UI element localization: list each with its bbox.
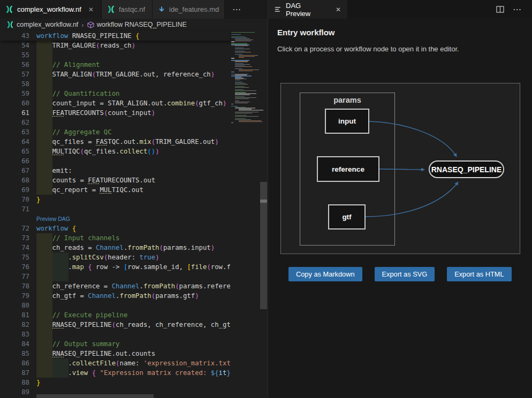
code-line[interactable]: 69 qc_report = MULTIQC.out (0, 185, 230, 195)
line-number: 82 (0, 321, 29, 328)
export-as-html-button[interactable]: Export as HTML (447, 267, 511, 281)
breadcrumb-file[interactable]: complex_workflow.nf (17, 21, 78, 28)
code-line[interactable]: 83 (0, 330, 230, 339)
codelens-preview-dag-link[interactable]: Preview DAG (29, 216, 70, 222)
export-as-svg-button[interactable]: Export as SVG (375, 267, 435, 281)
minimap-line (239, 57, 244, 58)
code-line[interactable]: 59 // Quantification (0, 89, 230, 98)
code-line[interactable]: 77 (0, 272, 230, 281)
code-text: ch_reads = Channel.fromPath(params.input… (29, 244, 230, 251)
scrollbar-thumb[interactable] (36, 394, 154, 398)
code-line[interactable]: 78 ch_reference = Channel.fromPath(param… (0, 281, 230, 291)
dag-node-gtf[interactable]: gtf (328, 204, 366, 229)
code-line[interactable]: 63 // Aggregate QC (0, 127, 230, 137)
code-line[interactable]: 61 FEATURECOUNTS(count_input) (0, 108, 230, 118)
sticky-scroll-line[interactable]: 43workflow RNASEQ_PIPELINE { (0, 30, 230, 41)
indent-scope-highlight (52, 368, 69, 378)
tab-label: DAG Preview (286, 2, 326, 18)
minimap-line (231, 75, 252, 76)
code-lines: 54 TRIM_GALORE(reads_ch)5556 // Alignmen… (0, 41, 230, 397)
code-line[interactable]: 75 .splitCsv(header: true) (0, 252, 230, 262)
line-number: 75 (0, 254, 29, 261)
split-editor-icon[interactable] (496, 6, 504, 13)
indent-scope-highlight (36, 310, 52, 320)
code-line[interactable]: 80 (0, 301, 230, 310)
code-line[interactable]: 79 ch_gtf = Channel.fromPath(params.gtf) (0, 291, 230, 301)
code-line[interactable]: 73 // Input channels (0, 233, 230, 243)
code-line[interactable]: 43workflow RNASEQ_PIPELINE { (0, 30, 230, 41)
code-line[interactable]: 88} (0, 378, 230, 387)
code-line[interactable]: 71 (0, 204, 230, 214)
code-line[interactable]: 54 TRIM_GALORE(reads_ch) (0, 41, 230, 50)
code-text: // Execute pipeline (29, 311, 230, 319)
code-line[interactable]: 85 RNASEQ_PIPELINE.out.counts (0, 349, 230, 358)
indent-scope-highlight (52, 252, 69, 262)
breadcrumb: complex_workflow.nf › workflow RNASEQ_PI… (0, 19, 268, 30)
code-line[interactable]: 65 MULTIQC(qc_files.collect()) (0, 147, 230, 156)
code-text: counts = FEATURECOUNTS.out (29, 177, 230, 184)
code-line[interactable]: 87 .view { "Expression matrix created: $… (0, 368, 230, 378)
code-line[interactable]: 81 // Execute pipeline (0, 310, 230, 320)
copy-as-markdown-button[interactable]: Copy as Markdown (288, 267, 362, 281)
code-line[interactable]: 86 .collectFile(name: 'expression_matrix… (0, 358, 230, 368)
code-line[interactable]: 70} (0, 195, 230, 204)
codelens-row[interactable]: Preview DAG (0, 214, 230, 224)
nextflow-icon (107, 5, 115, 13)
line-number: 79 (0, 292, 29, 300)
code-line[interactable]: 74 ch_reads = Channel.fromPath(params.in… (0, 243, 230, 252)
code-line[interactable]: 60 count_input = STAR_ALIGN.out.combine(… (0, 98, 230, 108)
code-text: } (29, 379, 230, 386)
dag-node-rnaseq-pipeline[interactable]: RNASEQ_PIPELINE (429, 160, 504, 178)
indent-scope-highlight (52, 358, 69, 368)
code-line[interactable]: 82 RNASEQ_PIPELINE(ch_reads, ch_referenc… (0, 320, 230, 330)
code-editor[interactable]: 43workflow RNASEQ_PIPELINE { 54 TRIM_GAL… (0, 30, 268, 398)
code-line[interactable]: 67 emit: (0, 166, 230, 175)
line-number: 60 (0, 100, 29, 107)
line-number: 78 (0, 282, 29, 290)
code-text: // Quantification (29, 90, 230, 97)
close-icon[interactable]: ✕ (88, 6, 94, 13)
minimap-line (235, 66, 252, 67)
line-number: 88 (0, 379, 29, 386)
tab-ide-features[interactable]: ide_features.md (153, 0, 225, 19)
indent-scope-highlight (36, 175, 52, 185)
indent-scope-highlight (36, 320, 52, 330)
breadcrumb-symbol[interactable]: workflow RNASEQ_PIPELINE (97, 21, 187, 28)
dag-node-input[interactable]: input (325, 109, 369, 134)
code-line[interactable]: 58 (0, 79, 230, 89)
code-line[interactable]: 57 STAR_ALIGN(TRIM_GALORE.out, reference… (0, 70, 230, 79)
vertical-scrollbar[interactable] (260, 30, 267, 398)
code-line[interactable]: 84 // Output summary (0, 339, 230, 349)
code-line[interactable]: 55 (0, 50, 230, 60)
overview-ruler-marker (260, 200, 267, 203)
indent-scope-highlight (36, 147, 52, 156)
tab-complex-workflow[interactable]: complex_workflow.nf ✕ (0, 0, 102, 19)
minimap-line (231, 34, 241, 35)
dag-node-reference[interactable]: reference (317, 156, 379, 182)
code-line[interactable]: 66 (0, 156, 230, 166)
indent-scope-highlight (36, 233, 52, 243)
indent-scope-highlight (36, 118, 52, 127)
code-line[interactable]: 68 counts = FEATURECOUNTS.out (0, 175, 230, 185)
code-text: // Input channels (29, 234, 230, 242)
code-line[interactable]: 62 (0, 118, 230, 127)
indent-scope-highlight (36, 108, 52, 118)
line-number: 73 (0, 234, 29, 242)
code-line[interactable]: 64 qc_files = FASTQC.out.mix(TRIM_GALORE… (0, 137, 230, 147)
code-line[interactable]: 76 .map { row -> [row.sample_id, [file(r… (0, 262, 230, 272)
close-icon[interactable]: ✕ (336, 6, 341, 13)
code-text: // Output summary (29, 340, 230, 348)
minimap-line (235, 49, 250, 49)
more-tabs-icon[interactable]: ⋯ (232, 0, 242, 19)
indent-scope-highlight (36, 166, 52, 175)
minimap[interactable] (230, 32, 260, 124)
more-actions-icon[interactable]: ⋯ (513, 4, 522, 14)
code-line[interactable]: 56 // Alignment (0, 60, 230, 70)
minimap-line (235, 52, 251, 52)
line-number: 81 (0, 311, 29, 319)
horizontal-scrollbar[interactable] (0, 394, 260, 398)
code-line[interactable]: 72workflow { (0, 224, 230, 233)
minimap-line (239, 71, 253, 71)
tab-dag-preview[interactable]: DAG Preview ✕ (268, 0, 347, 19)
tab-fastqc[interactable]: fastqc.nf (102, 0, 153, 19)
